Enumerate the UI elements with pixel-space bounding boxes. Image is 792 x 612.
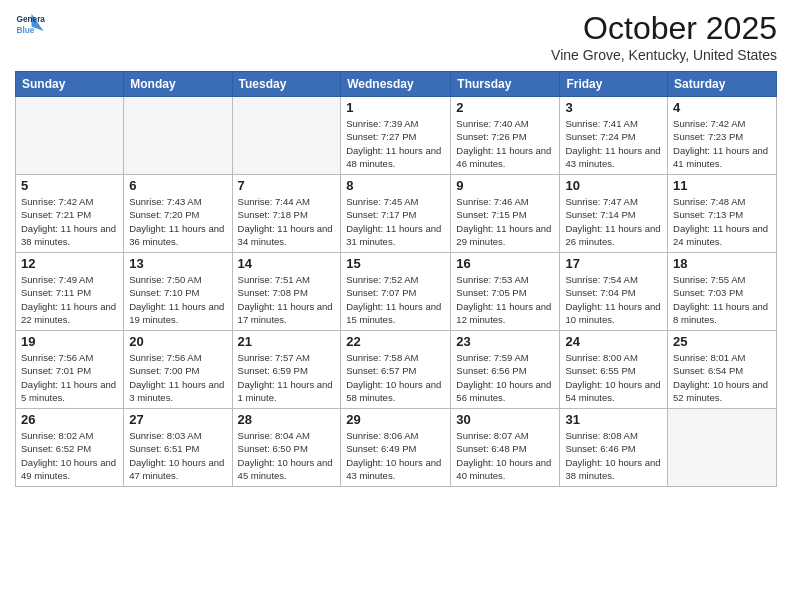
calendar-day-cell (124, 97, 232, 175)
calendar-day-cell: 13Sunrise: 7:50 AM Sunset: 7:10 PM Dayli… (124, 253, 232, 331)
header: General Blue October 2025 Vine Grove, Ke… (15, 10, 777, 63)
day-info: Sunrise: 7:45 AM Sunset: 7:17 PM Dayligh… (346, 195, 445, 248)
weekday-header-row: SundayMondayTuesdayWednesdayThursdayFrid… (16, 72, 777, 97)
calendar-day-cell: 15Sunrise: 7:52 AM Sunset: 7:07 PM Dayli… (341, 253, 451, 331)
weekday-header: Sunday (16, 72, 124, 97)
calendar-week-row: 5Sunrise: 7:42 AM Sunset: 7:21 PM Daylig… (16, 175, 777, 253)
day-info: Sunrise: 7:41 AM Sunset: 7:24 PM Dayligh… (565, 117, 662, 170)
day-info: Sunrise: 7:42 AM Sunset: 7:21 PM Dayligh… (21, 195, 118, 248)
day-number: 30 (456, 412, 554, 427)
day-number: 19 (21, 334, 118, 349)
calendar-day-cell: 2Sunrise: 7:40 AM Sunset: 7:26 PM Daylig… (451, 97, 560, 175)
day-number: 5 (21, 178, 118, 193)
calendar-day-cell: 7Sunrise: 7:44 AM Sunset: 7:18 PM Daylig… (232, 175, 341, 253)
day-number: 17 (565, 256, 662, 271)
calendar-day-cell: 26Sunrise: 8:02 AM Sunset: 6:52 PM Dayli… (16, 409, 124, 487)
calendar-week-row: 19Sunrise: 7:56 AM Sunset: 7:01 PM Dayli… (16, 331, 777, 409)
calendar-week-row: 12Sunrise: 7:49 AM Sunset: 7:11 PM Dayli… (16, 253, 777, 331)
weekday-header: Friday (560, 72, 668, 97)
day-number: 15 (346, 256, 445, 271)
day-number: 4 (673, 100, 771, 115)
page: General Blue October 2025 Vine Grove, Ke… (0, 0, 792, 612)
day-number: 18 (673, 256, 771, 271)
calendar-day-cell: 18Sunrise: 7:55 AM Sunset: 7:03 PM Dayli… (668, 253, 777, 331)
calendar-day-cell: 4Sunrise: 7:42 AM Sunset: 7:23 PM Daylig… (668, 97, 777, 175)
day-info: Sunrise: 7:58 AM Sunset: 6:57 PM Dayligh… (346, 351, 445, 404)
calendar-day-cell: 23Sunrise: 7:59 AM Sunset: 6:56 PM Dayli… (451, 331, 560, 409)
calendar-day-cell: 21Sunrise: 7:57 AM Sunset: 6:59 PM Dayli… (232, 331, 341, 409)
day-number: 12 (21, 256, 118, 271)
calendar-day-cell: 30Sunrise: 8:07 AM Sunset: 6:48 PM Dayli… (451, 409, 560, 487)
weekday-header: Thursday (451, 72, 560, 97)
svg-text:Blue: Blue (17, 26, 35, 35)
day-number: 26 (21, 412, 118, 427)
day-number: 31 (565, 412, 662, 427)
day-info: Sunrise: 8:02 AM Sunset: 6:52 PM Dayligh… (21, 429, 118, 482)
day-number: 24 (565, 334, 662, 349)
day-number: 11 (673, 178, 771, 193)
weekday-header: Monday (124, 72, 232, 97)
day-info: Sunrise: 7:47 AM Sunset: 7:14 PM Dayligh… (565, 195, 662, 248)
calendar-day-cell (668, 409, 777, 487)
day-info: Sunrise: 7:52 AM Sunset: 7:07 PM Dayligh… (346, 273, 445, 326)
calendar-day-cell: 25Sunrise: 8:01 AM Sunset: 6:54 PM Dayli… (668, 331, 777, 409)
day-info: Sunrise: 7:39 AM Sunset: 7:27 PM Dayligh… (346, 117, 445, 170)
calendar-day-cell: 10Sunrise: 7:47 AM Sunset: 7:14 PM Dayli… (560, 175, 668, 253)
day-info: Sunrise: 7:40 AM Sunset: 7:26 PM Dayligh… (456, 117, 554, 170)
day-info: Sunrise: 7:48 AM Sunset: 7:13 PM Dayligh… (673, 195, 771, 248)
calendar-day-cell: 1Sunrise: 7:39 AM Sunset: 7:27 PM Daylig… (341, 97, 451, 175)
day-info: Sunrise: 8:01 AM Sunset: 6:54 PM Dayligh… (673, 351, 771, 404)
calendar-day-cell: 9Sunrise: 7:46 AM Sunset: 7:15 PM Daylig… (451, 175, 560, 253)
calendar-day-cell: 6Sunrise: 7:43 AM Sunset: 7:20 PM Daylig… (124, 175, 232, 253)
day-number: 16 (456, 256, 554, 271)
day-info: Sunrise: 7:44 AM Sunset: 7:18 PM Dayligh… (238, 195, 336, 248)
day-info: Sunrise: 7:57 AM Sunset: 6:59 PM Dayligh… (238, 351, 336, 404)
day-number: 9 (456, 178, 554, 193)
calendar-day-cell: 16Sunrise: 7:53 AM Sunset: 7:05 PM Dayli… (451, 253, 560, 331)
calendar-day-cell: 27Sunrise: 8:03 AM Sunset: 6:51 PM Dayli… (124, 409, 232, 487)
day-number: 2 (456, 100, 554, 115)
day-info: Sunrise: 8:00 AM Sunset: 6:55 PM Dayligh… (565, 351, 662, 404)
day-info: Sunrise: 7:56 AM Sunset: 7:01 PM Dayligh… (21, 351, 118, 404)
calendar-day-cell: 12Sunrise: 7:49 AM Sunset: 7:11 PM Dayli… (16, 253, 124, 331)
logo: General Blue (15, 10, 45, 40)
day-number: 8 (346, 178, 445, 193)
calendar-day-cell: 29Sunrise: 8:06 AM Sunset: 6:49 PM Dayli… (341, 409, 451, 487)
logo-icon: General Blue (15, 10, 45, 40)
day-number: 23 (456, 334, 554, 349)
day-info: Sunrise: 8:06 AM Sunset: 6:49 PM Dayligh… (346, 429, 445, 482)
calendar-table: SundayMondayTuesdayWednesdayThursdayFrid… (15, 71, 777, 487)
weekday-header: Wednesday (341, 72, 451, 97)
calendar-day-cell: 14Sunrise: 7:51 AM Sunset: 7:08 PM Dayli… (232, 253, 341, 331)
calendar-day-cell: 8Sunrise: 7:45 AM Sunset: 7:17 PM Daylig… (341, 175, 451, 253)
calendar-day-cell: 3Sunrise: 7:41 AM Sunset: 7:24 PM Daylig… (560, 97, 668, 175)
day-number: 1 (346, 100, 445, 115)
calendar-day-cell: 19Sunrise: 7:56 AM Sunset: 7:01 PM Dayli… (16, 331, 124, 409)
day-info: Sunrise: 7:56 AM Sunset: 7:00 PM Dayligh… (129, 351, 226, 404)
day-info: Sunrise: 8:07 AM Sunset: 6:48 PM Dayligh… (456, 429, 554, 482)
day-info: Sunrise: 7:54 AM Sunset: 7:04 PM Dayligh… (565, 273, 662, 326)
day-number: 10 (565, 178, 662, 193)
day-number: 27 (129, 412, 226, 427)
day-info: Sunrise: 7:42 AM Sunset: 7:23 PM Dayligh… (673, 117, 771, 170)
day-info: Sunrise: 7:49 AM Sunset: 7:11 PM Dayligh… (21, 273, 118, 326)
calendar-day-cell: 11Sunrise: 7:48 AM Sunset: 7:13 PM Dayli… (668, 175, 777, 253)
calendar-week-row: 1Sunrise: 7:39 AM Sunset: 7:27 PM Daylig… (16, 97, 777, 175)
calendar-day-cell (232, 97, 341, 175)
day-info: Sunrise: 7:46 AM Sunset: 7:15 PM Dayligh… (456, 195, 554, 248)
calendar-day-cell: 28Sunrise: 8:04 AM Sunset: 6:50 PM Dayli… (232, 409, 341, 487)
day-info: Sunrise: 7:51 AM Sunset: 7:08 PM Dayligh… (238, 273, 336, 326)
weekday-header: Tuesday (232, 72, 341, 97)
calendar-day-cell: 17Sunrise: 7:54 AM Sunset: 7:04 PM Dayli… (560, 253, 668, 331)
day-info: Sunrise: 7:55 AM Sunset: 7:03 PM Dayligh… (673, 273, 771, 326)
day-info: Sunrise: 7:50 AM Sunset: 7:10 PM Dayligh… (129, 273, 226, 326)
svg-text:General: General (17, 15, 46, 24)
calendar-day-cell (16, 97, 124, 175)
day-info: Sunrise: 7:53 AM Sunset: 7:05 PM Dayligh… (456, 273, 554, 326)
day-number: 29 (346, 412, 445, 427)
day-info: Sunrise: 8:04 AM Sunset: 6:50 PM Dayligh… (238, 429, 336, 482)
day-info: Sunrise: 8:03 AM Sunset: 6:51 PM Dayligh… (129, 429, 226, 482)
day-number: 25 (673, 334, 771, 349)
day-info: Sunrise: 8:08 AM Sunset: 6:46 PM Dayligh… (565, 429, 662, 482)
day-number: 21 (238, 334, 336, 349)
